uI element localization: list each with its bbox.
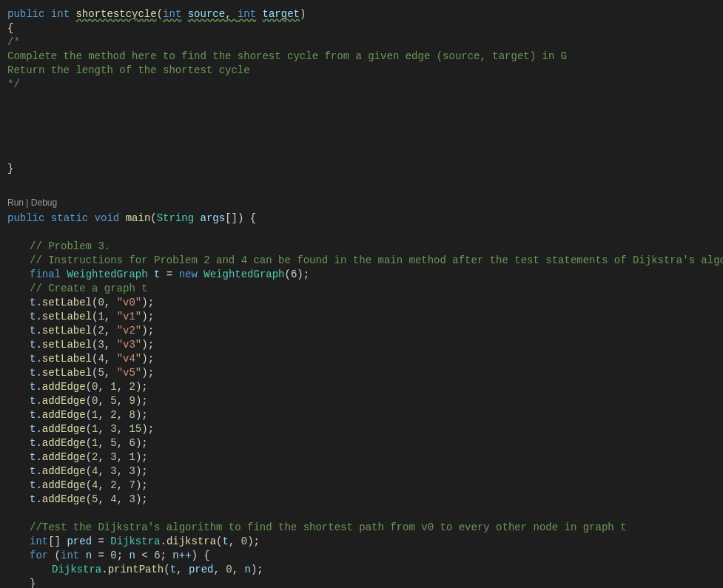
- code-line: [7, 507, 716, 521]
- code-line: t.setLabel(1, "v1");: [7, 310, 716, 324]
- code-line: t.setLabel(5, "v5");: [7, 366, 716, 380]
- code-line: t.addEdge(1, 3, 15);: [7, 422, 716, 436]
- code-line: Return the length of the shortest cycle: [7, 64, 716, 78]
- code-editor[interactable]: public int shortestcycle(int source, int…: [0, 0, 723, 588]
- code-line: t.setLabel(4, "v4");: [7, 352, 716, 366]
- code-line: t.addEdge(4, 2, 7);: [7, 479, 716, 493]
- code-line: [7, 92, 716, 106]
- code-line: [7, 176, 716, 190]
- kw-public: public: [7, 8, 44, 20]
- code-line: [7, 120, 716, 134]
- code-line: */: [7, 78, 716, 92]
- code-line: {: [7, 21, 716, 36]
- code-line: Dijkstra.printPath(t, pred, 0, n);: [7, 563, 716, 577]
- code-line: [7, 148, 716, 162]
- code-line: t.addEdge(0, 5, 9);: [7, 394, 716, 408]
- code-line: //Test the Dijkstra's algorithm to find …: [7, 521, 716, 535]
- code-line: Complete the method here to find the sho…: [7, 50, 716, 64]
- code-line: int[] pred = Dijkstra.dijkstra(t, 0);: [7, 535, 716, 549]
- codelens-run[interactable]: Run: [7, 197, 24, 208]
- code-line: t.addEdge(0, 1, 2);: [7, 380, 716, 394]
- code-line: t.setLabel(0, "v0");: [7, 296, 716, 310]
- kw-int: int: [51, 8, 70, 20]
- code-line: [7, 106, 716, 120]
- code-line: t.addEdge(1, 2, 8);: [7, 408, 716, 422]
- method-name: shortestcycle: [75, 8, 156, 20]
- code-line: // Problem 3.: [7, 240, 716, 254]
- code-line: // Instructions for Problem 2 and 4 can …: [7, 254, 716, 268]
- code-line: }: [7, 577, 716, 588]
- code-line: public int shortestcycle(int source, int…: [7, 7, 716, 21]
- code-line: [7, 226, 716, 240]
- code-line: t.setLabel(2, "v2");: [7, 324, 716, 338]
- code-line: t.addEdge(4, 3, 3);: [7, 464, 716, 479]
- code-line: public static void main(String args[]) {: [7, 212, 716, 226]
- code-line: t.addEdge(2, 3, 1);: [7, 450, 716, 464]
- codelens: Run | Debug: [7, 190, 716, 212]
- codelens-debug[interactable]: Debug: [31, 197, 57, 208]
- code-line: // Create a graph t: [7, 282, 716, 296]
- code-line: /*: [7, 36, 716, 50]
- code-line: for (int n = 0; n < 6; n++) {: [7, 549, 716, 563]
- code-line: final WeightedGraph t = new WeightedGrap…: [7, 268, 716, 282]
- code-line: t.addEdge(5, 4, 3);: [7, 493, 716, 507]
- code-line: t.addEdge(1, 5, 6);: [7, 436, 716, 450]
- code-line: t.setLabel(3, "v3");: [7, 338, 716, 352]
- code-line: [7, 134, 716, 148]
- code-line: }: [7, 162, 716, 176]
